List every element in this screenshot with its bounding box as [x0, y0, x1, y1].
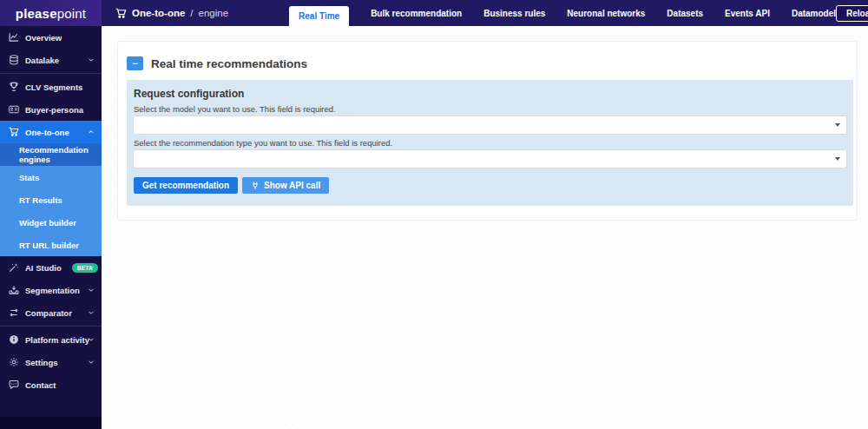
sidebar-item-label: Overview [25, 33, 62, 43]
sidebar-item-buyer-persona[interactable]: Buyer-persona [0, 98, 102, 121]
sidebar-item-label: Segmentation [25, 286, 80, 295]
sidebar-item-label: Settings [25, 358, 57, 367]
get-recommendation-label: Get recommendation [142, 181, 229, 190]
database-icon [9, 55, 19, 65]
sidebar-item-contact[interactable]: Contact [0, 373, 102, 396]
tab-business-rules[interactable]: Business rules [483, 9, 545, 18]
sidebar-item-label: Datalake [25, 56, 59, 65]
sidebar-item-one-to-one[interactable]: One-to-one [0, 121, 102, 143]
panel-title: Request configuration [134, 88, 846, 100]
one-to-one-submenu: Recommendation engines Stats RT Results … [0, 143, 102, 256]
sidebar-item-segmentation[interactable]: Segmentation [0, 279, 102, 301]
chart-line-icon [9, 32, 19, 43]
show-api-call-button[interactable]: Show API call [242, 177, 329, 194]
gear-icon [9, 357, 19, 367]
sidebar-item-overview[interactable]: Overview [0, 26, 102, 49]
sidebar-subitem-rt-url-builder[interactable]: RT URL builder [0, 234, 102, 256]
chevron-down-icon [88, 336, 95, 343]
reload-button[interactable]: Reload [836, 5, 868, 22]
sidebar-item-datalake[interactable]: Datalake [0, 49, 102, 71]
sidebar-item-label: One-to-one [25, 128, 69, 137]
exchange-icon [9, 307, 19, 318]
topbar: One-to-one / engine Real Time Bulk recom… [102, 0, 868, 26]
sidebar-subitem-label: RT Results [19, 195, 62, 205]
chevron-down-icon [835, 157, 840, 161]
tab-neuronal-networks[interactable]: Neuronal networks [567, 9, 645, 18]
sidebar-subitem-stats[interactable]: Stats [0, 166, 102, 188]
sidebar-item-clv-segments[interactable]: CLV Segments [0, 76, 102, 98]
sidebar-item-platform-activity[interactable]: Platform activity [0, 328, 102, 351]
sidebar-divider [0, 326, 102, 327]
sidebar: pleasepoint Overview Datalake CLV Segmen… [0, 0, 102, 429]
breadcrumb-page: engine [199, 8, 229, 18]
collapse-section-button[interactable]: − [127, 56, 143, 70]
comment-icon [9, 380, 19, 390]
sidebar-item-label: CLV Segments [25, 82, 82, 92]
plug-icon [251, 182, 260, 190]
brand-logo-bold: please [16, 6, 57, 21]
sidebar-item-label: AI Studio [25, 263, 62, 273]
show-api-call-label: Show API call [264, 181, 320, 190]
sidebar-subitem-rt-results[interactable]: RT Results [0, 188, 102, 211]
sidebar-subitem-recommendation-engines[interactable]: Recommendation engines [0, 143, 102, 166]
chevron-down-icon [835, 123, 840, 127]
chevron-up-icon [88, 129, 95, 135]
recommendation-type-select[interactable] [134, 150, 846, 168]
tab-datasets[interactable]: Datasets [667, 9, 703, 18]
tab-real-time[interactable]: Real Time [289, 6, 349, 26]
sidebar-subitem-label: Stats [19, 173, 39, 182]
sidebar-subitem-label: RT URL builder [19, 241, 79, 250]
breadcrumb-separator: / [190, 8, 193, 18]
brand-logo[interactable]: pleasepoint [0, 0, 102, 26]
sidebar-subitem-widget-builder[interactable]: Widget builder [0, 211, 102, 234]
sidebar-subitem-label: Widget builder [19, 218, 76, 228]
card-header: − Real time recommendations [118, 42, 857, 80]
magic-wand-icon [9, 262, 19, 273]
tab-datamodel[interactable]: Datamodel [792, 9, 836, 18]
cart-icon [9, 127, 19, 137]
panel-actions: Get recommendation Show API call [134, 177, 846, 194]
sidebar-divider [0, 73, 102, 74]
id-card-icon [9, 104, 19, 115]
sidebar-footer-strip [0, 417, 102, 429]
sidebar-subitem-label: Recommendation engines [19, 145, 102, 164]
model-select-label: Select the model you want to use. This f… [134, 104, 846, 114]
get-recommendation-button[interactable]: Get recommendation [134, 177, 238, 194]
cart-icon [115, 8, 127, 19]
sidebar-item-comparator[interactable]: Comparator [0, 301, 102, 324]
real-time-card: − Real time recommendations Request conf… [117, 41, 858, 221]
chevron-down-icon [88, 56, 95, 63]
inbox-arrow-icon [9, 285, 19, 295]
sidebar-item-settings[interactable]: Settings [0, 351, 102, 373]
chevron-down-icon [88, 264, 95, 271]
chevron-down-icon [88, 359, 95, 366]
engine-tabs: Real Time Bulk recommendation Business r… [289, 0, 836, 26]
request-configuration-panel: Request configuration Select the model y… [127, 80, 853, 206]
model-select[interactable] [134, 116, 846, 134]
chevron-down-icon [88, 287, 95, 294]
info-circle-icon [9, 334, 19, 345]
page-title: Real time recommendations [151, 57, 307, 70]
sidebar-item-label: Contact [25, 380, 56, 390]
sidebar-item-label: Platform activity [25, 335, 89, 345]
trophy-icon [9, 82, 19, 92]
sidebar-item-label: Buyer-persona [25, 105, 83, 115]
chevron-down-icon [88, 309, 95, 316]
tab-bulk-recommendation[interactable]: Bulk recommendation [371, 9, 462, 18]
sidebar-item-ai-studio[interactable]: AI Studio BETA [0, 256, 102, 279]
brand-logo-light: point [57, 6, 87, 21]
main-content: − Real time recommendations Request conf… [102, 26, 868, 429]
breadcrumb-section: One-to-one [132, 8, 185, 18]
sidebar-item-label: Comparator [25, 308, 72, 318]
tab-events-api[interactable]: Events API [725, 9, 770, 18]
breadcrumb: One-to-one / engine [102, 8, 228, 19]
recommendation-type-select-label: Select the recommendation type you want … [134, 138, 846, 148]
